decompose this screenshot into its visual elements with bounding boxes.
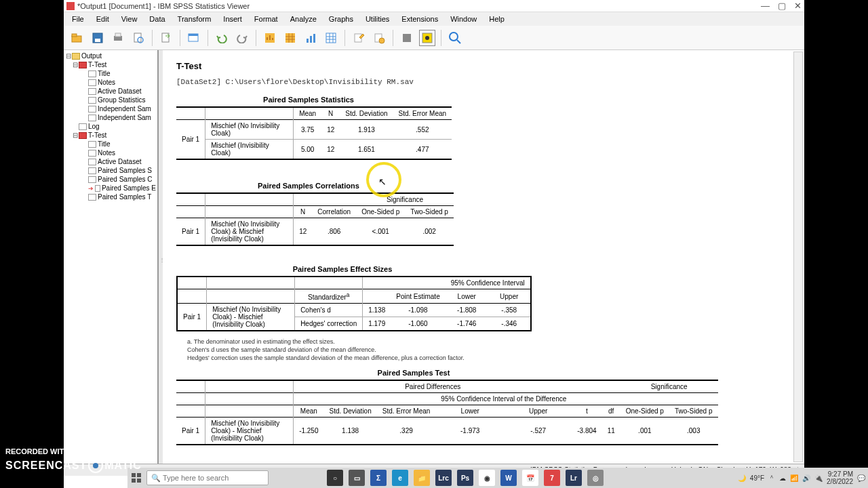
menu-extensions[interactable]: Extensions: [396, 14, 443, 24]
weather-icon[interactable]: 🌙: [738, 474, 746, 482]
menu-insert[interactable]: Insert: [218, 14, 248, 24]
task-calendar[interactable]: 📅: [522, 470, 538, 486]
print-icon[interactable]: [110, 30, 126, 46]
effect-lo-h: Lower: [446, 289, 488, 304]
tree-group-stats[interactable]: Group Statistics: [98, 96, 146, 104]
tree-root[interactable]: Output: [81, 52, 102, 60]
undo-icon[interactable]: [214, 30, 230, 46]
square-icon[interactable]: [399, 30, 415, 46]
stats-r1-sem: .477: [393, 140, 452, 160]
taskbar-search[interactable]: 🔍 Type here to search: [146, 470, 269, 485]
tray-wifi-icon[interactable]: 📶: [790, 474, 798, 482]
task-word[interactable]: W: [500, 470, 517, 486]
task-cortana[interactable]: ○: [327, 470, 343, 486]
stats-h-sd: Std. Deviation: [340, 107, 393, 120]
tray-power-icon[interactable]: 🔌: [814, 474, 823, 482]
tray-chevron-icon[interactable]: ＾: [768, 473, 775, 483]
export-icon[interactable]: [158, 30, 174, 46]
tree-log[interactable]: Log: [88, 123, 100, 130]
tree-paired-e[interactable]: Paired Samples E: [102, 184, 156, 192]
tree-ttest-2[interactable]: T-Test: [88, 131, 106, 139]
vertical-scrollbar[interactable]: [793, 52, 803, 462]
insert-table-icon[interactable]: [282, 30, 298, 46]
tree-notes-2[interactable]: Notes: [98, 149, 115, 157]
menu-graphs[interactable]: Graphs: [323, 14, 359, 24]
tray-volume-icon[interactable]: 🔊: [802, 474, 810, 482]
task-chrome[interactable]: ◉: [479, 470, 495, 486]
menu-edit[interactable]: Edit: [91, 14, 115, 24]
redo-icon[interactable]: [234, 30, 250, 46]
start-button[interactable]: [130, 472, 142, 484]
stats-r0-mean: 3.75: [294, 120, 322, 140]
menu-help[interactable]: Help: [484, 14, 510, 24]
target-icon[interactable]: [419, 30, 435, 46]
system-tray[interactable]: 🌙 49°F ＾ ☁ 📶 🔊 🔌 9:27 PM 2/8/2022 💬: [738, 470, 865, 485]
preview-icon[interactable]: [130, 30, 146, 46]
effect-table[interactable]: 95% Confidence Interval Standardizera Po…: [176, 276, 532, 331]
task-app1[interactable]: 7: [544, 470, 560, 486]
stats-h-n: N: [321, 107, 340, 120]
svg-rect-27: [137, 479, 141, 483]
edit-icon[interactable]: [351, 30, 367, 46]
insert-chart-icon[interactable]: [262, 30, 278, 46]
menu-window[interactable]: Window: [445, 14, 482, 24]
effect-r0-lo: -1.808: [446, 304, 488, 317]
svg-rect-24: [132, 473, 136, 477]
toolbar: [64, 26, 804, 50]
menu-transform[interactable]: Transform: [172, 14, 217, 24]
weather-temp: 49°F: [750, 474, 764, 482]
menu-analyze[interactable]: Analyze: [285, 14, 322, 24]
search-icon[interactable]: [447, 30, 463, 46]
tree-ind-2[interactable]: Independent Sam: [98, 114, 151, 121]
test-h8: Two-Sided p: [669, 405, 718, 418]
menu-data[interactable]: Data: [144, 14, 170, 24]
menu-utilities[interactable]: Utilities: [360, 14, 395, 24]
task-explorer[interactable]: 📁: [414, 470, 430, 486]
task-edge[interactable]: e: [392, 470, 408, 486]
test-h5: t: [572, 405, 601, 418]
tree-ttest-1[interactable]: T-Test: [88, 61, 106, 68]
stats-r0-sd: 1.913: [340, 120, 393, 140]
test-hi: -.527: [505, 418, 572, 445]
close-button[interactable]: ✕: [794, 1, 802, 11]
menu-view[interactable]: View: [116, 14, 143, 24]
task-taskview[interactable]: ▭: [349, 470, 365, 486]
tree-paired-c[interactable]: Paired Samples C: [98, 176, 153, 183]
tree-paired-t[interactable]: Paired Samples T: [98, 193, 151, 201]
tree-paired-s[interactable]: Paired Samples S: [98, 167, 152, 174]
test-h3: Lower: [435, 405, 505, 418]
task-lrc[interactable]: Lrc: [435, 470, 452, 486]
menu-format[interactable]: Format: [249, 14, 283, 24]
tray-notifications-icon[interactable]: 💬: [857, 474, 865, 482]
open-icon[interactable]: [69, 30, 85, 46]
grid-icon[interactable]: [323, 30, 339, 46]
tray-time[interactable]: 9:27 PM: [827, 470, 853, 478]
task-lr[interactable]: Lr: [566, 470, 582, 486]
test-label: Mischief (No Invisibility Cloak) - Misch…: [205, 418, 294, 445]
task-app2[interactable]: ◎: [587, 470, 604, 486]
test-table[interactable]: Paired Differences Significance 95% Conf…: [176, 380, 718, 445]
tray-cloud-icon[interactable]: ☁: [779, 474, 786, 482]
svg-point-19: [379, 38, 384, 43]
tray-date[interactable]: 2/8/2022: [827, 478, 853, 485]
menu-file[interactable]: File: [66, 14, 90, 24]
corr-table[interactable]: Significance N Correlation One-Sided p T…: [176, 192, 454, 246]
tree-notes-1[interactable]: Notes: [98, 79, 115, 86]
task-ps[interactable]: Ps: [457, 470, 473, 486]
stats-table[interactable]: Mean N Std. Deviation Std. Error Mean Pa…: [176, 106, 452, 160]
attach-icon[interactable]: [371, 30, 387, 46]
minimize-button[interactable]: —: [761, 1, 770, 11]
tree-ind-1[interactable]: Independent Sam: [98, 105, 151, 113]
task-spss[interactable]: Σ: [370, 470, 387, 486]
save-icon[interactable]: [90, 30, 106, 46]
tree-title-2[interactable]: Title: [98, 140, 111, 148]
output-content[interactable]: T-Test [DataSet2] C:\Users\flore\Desktop…: [163, 50, 804, 464]
maximize-button[interactable]: ▢: [778, 1, 786, 11]
tree-title-1[interactable]: Title: [98, 70, 111, 77]
output-tree[interactable]: ⊟Output ⊟T-Test Title Notes Active Datas…: [64, 50, 159, 464]
tree-active-2[interactable]: Active Dataset: [98, 158, 141, 165]
tree-active-1[interactable]: Active Dataset: [98, 87, 141, 95]
recall-dialog-icon[interactable]: [186, 30, 202, 46]
stats-r1-label: Mischief (Invisibility Cloak): [205, 140, 294, 160]
bar-icon[interactable]: [302, 30, 319, 46]
